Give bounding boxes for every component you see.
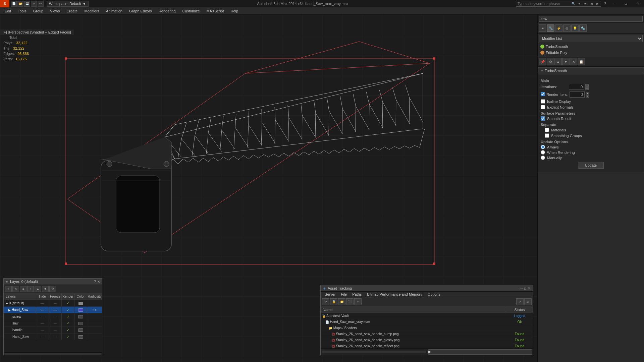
asset-menu-options[interactable]: Options — [425, 292, 443, 297]
iterations-spin-down[interactable]: ▼ — [585, 87, 589, 90]
search-star-icon[interactable]: ★ — [583, 1, 588, 6]
smoothing-groups-checkbox[interactable] — [545, 133, 549, 138]
layer-color-handle[interactable] — [74, 327, 87, 333]
layer-settings-btn[interactable]: ⚙ — [49, 286, 56, 292]
layer-row-default[interactable]: ▶ 0 (default) — — ✓ — [4, 300, 102, 307]
layer-render-handle[interactable]: ✓ — [61, 327, 74, 333]
modifier-list-dropdown[interactable]: Modifier List — [539, 35, 643, 42]
layer-color-handsaw2[interactable] — [74, 334, 87, 340]
layer-down-btn[interactable]: ▼ — [42, 286, 49, 292]
explicit-normals-label[interactable]: Explicit Normals — [547, 105, 574, 109]
layer-hide-screw[interactable]: — — [36, 313, 49, 320]
menu-views[interactable]: Views — [47, 7, 63, 14]
layer-color-saw[interactable] — [74, 320, 87, 326]
search-go-icon[interactable]: 🔍 — [571, 1, 576, 6]
layer-hide-handsaw2[interactable]: — — [36, 334, 49, 340]
asset-title-bar[interactable]: ◈ Asset Tracking — □ ✕ — [321, 285, 533, 292]
iterations-spin-up[interactable]: ▲ — [585, 84, 589, 87]
manually-label[interactable]: Manually — [547, 156, 562, 160]
layer-color-default[interactable] — [74, 300, 87, 306]
layer-scrollbar[interactable] — [4, 352, 102, 355]
modifier-down-icon[interactable]: ▼ — [562, 58, 570, 65]
open-icon[interactable]: 📂 — [17, 1, 23, 7]
layer-freeze-handsaw[interactable]: — — [49, 307, 61, 313]
close-button[interactable]: ✕ — [632, 0, 644, 7]
asset-settings-btn[interactable]: ⚙ — [524, 298, 532, 305]
maximize-button[interactable]: □ — [620, 0, 632, 7]
asset-folder-btn[interactable]: 📁 — [338, 298, 345, 305]
asset-vault-btn[interactable]: 🔒 — [330, 298, 337, 305]
motion-tab-icon[interactable]: ◎ — [563, 24, 571, 32]
new-icon[interactable]: 📄 — [11, 1, 17, 7]
layer-hide-handsaw[interactable]: — — [36, 307, 49, 313]
asset-h-scrollbar[interactable]: ▶ — [428, 349, 533, 355]
layer-title-bar[interactable]: ◈ Layer: 0 (default) ? ✕ — [4, 279, 102, 285]
layer-row-screw[interactable]: screw — — ✓ — [4, 313, 102, 320]
layer-render-handsaw[interactable]: ✓ — [61, 307, 74, 313]
help-icon[interactable]: ? — [602, 1, 608, 6]
menu-maxscript[interactable]: MAXScript — [203, 7, 227, 14]
layer-up-btn[interactable]: ▲ — [35, 286, 41, 292]
layer-delete-btn[interactable]: ✕ — [12, 286, 19, 292]
pin-icon[interactable]: 📌 — [539, 58, 546, 65]
isoline-display-checkbox[interactable] — [541, 99, 545, 104]
utilities-tab-icon[interactable]: 🔩 — [579, 24, 587, 32]
layer-help-icon[interactable]: ? — [94, 280, 96, 284]
asset-row-vault[interactable]: 🔒 Autodesk Vault Logged — [321, 313, 533, 319]
asset-row-tex1[interactable]: 🖼 Stanley_26_hand_saw_handle_bump.png Fo… — [321, 331, 533, 337]
modifier-copy-icon[interactable]: 📋 — [578, 58, 585, 65]
layer-render-saw[interactable]: ✓ — [61, 320, 74, 326]
explicit-normals-checkbox[interactable] — [541, 105, 545, 109]
menu-create[interactable]: Create — [63, 7, 81, 14]
smoothing-groups-label[interactable]: Smoothing Groups — [551, 134, 582, 138]
when-rendering-radio[interactable] — [541, 150, 545, 155]
menu-edit[interactable]: Edit — [1, 7, 14, 14]
menu-rendering[interactable]: Rendering — [155, 7, 179, 14]
menu-graph-editors[interactable]: Graph Editors — [126, 7, 155, 14]
asset-scrollbar[interactable] — [322, 351, 426, 353]
modifier-delete-icon[interactable]: ✕ — [570, 58, 577, 65]
save-icon[interactable]: 💾 — [24, 1, 30, 7]
layer-row-handle[interactable]: handle — — ✓ — [4, 327, 102, 334]
menu-animation[interactable]: Animation — [103, 7, 126, 14]
smooth-result-label[interactable]: Smooth Result — [547, 117, 571, 121]
layer-freeze-handle[interactable]: — — [49, 327, 61, 333]
menu-modifiers[interactable]: Modifiers — [81, 7, 103, 14]
search-back-icon[interactable]: ◀ — [589, 1, 594, 6]
search-input[interactable] — [516, 2, 570, 6]
layer-radio-handsaw[interactable]: □ — [87, 307, 102, 313]
create-tab-icon[interactable]: ✦ — [539, 24, 546, 32]
asset-help-btn[interactable]: ? — [516, 298, 524, 305]
isoline-display-label[interactable]: Isoline Display — [547, 100, 571, 104]
display-tab-icon[interactable]: 💡 — [571, 24, 579, 32]
layer-render-handsaw2[interactable]: ✓ — [61, 334, 74, 340]
layer-close-icon[interactable]: ✕ — [97, 280, 100, 284]
render-iters-input[interactable] — [570, 92, 585, 98]
smooth-result-checkbox[interactable] — [541, 116, 545, 121]
asset-row-maps[interactable]: 📁 Maps / Shaders — [321, 325, 533, 331]
turbosmooth-rollout-header[interactable]: ▼ TurboSmooth — [538, 67, 644, 74]
asset-menu-paths[interactable]: Paths — [350, 292, 364, 297]
layer-render-default[interactable]: ✓ — [61, 300, 74, 306]
asset-select-btn[interactable]: ⬛ — [346, 298, 354, 305]
undo-icon[interactable]: ↩ — [31, 1, 37, 7]
asset-minimize-icon[interactable]: — — [520, 287, 523, 290]
modifier-up-icon[interactable]: ▲ — [554, 58, 562, 65]
menu-help[interactable]: Help — [227, 7, 242, 14]
menu-customize[interactable]: Customize — [179, 7, 203, 14]
right-search-input[interactable] — [539, 16, 643, 22]
render-iters-checkbox[interactable] — [541, 92, 545, 96]
hierarchy-tab-icon[interactable]: ⚡ — [555, 24, 562, 32]
asset-refresh-btn[interactable]: ↻ — [322, 298, 329, 305]
menu-group[interactable]: Group — [30, 7, 47, 14]
layer-render-screw[interactable]: ✓ — [61, 313, 74, 320]
layer-row-handsaw[interactable]: ▶ Hand_Saw — — ✓ □ — [4, 307, 102, 313]
modify-tab-icon[interactable]: 🔧 — [547, 24, 554, 32]
search-filter-icon[interactable]: ▼ — [577, 1, 582, 6]
asset-close-icon[interactable]: ✕ — [528, 287, 530, 290]
modifier-configure-icon[interactable]: ⚙ — [547, 58, 554, 65]
layer-freeze-default[interactable]: — — [49, 300, 61, 306]
render-iters-spin-up[interactable]: ▲ — [586, 92, 589, 95]
layer-hide-default[interactable]: — — [36, 300, 49, 306]
asset-row-tex2[interactable]: 🖼 Stanley_26_hand_saw_handle_glossy.png … — [321, 337, 533, 343]
